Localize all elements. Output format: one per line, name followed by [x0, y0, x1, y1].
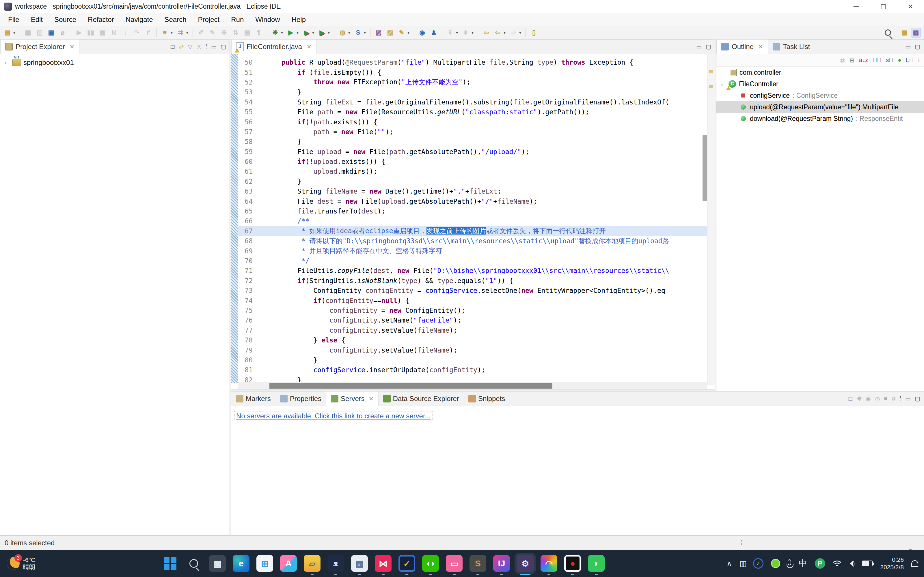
menu-source[interactable]: Source — [48, 13, 82, 26]
tab-data-source-explorer[interactable]: Data Source Explorer — [378, 392, 464, 406]
code-line-62[interactable]: 62 } — [237, 177, 707, 186]
battery-icon[interactable] — [862, 561, 872, 566]
tab-outline[interactable]: Outline ✕ — [716, 40, 768, 54]
disconnect-icon[interactable]: N — [109, 28, 119, 37]
collapse-all-icon[interactable]: ⊟ — [170, 43, 175, 50]
code-line-76[interactable]: 76 configEntity.setName("faceFile"); — [237, 315, 707, 325]
code-line-74[interactable]: 74 if(configEntity==null) { — [237, 295, 707, 305]
maximize-view-icon[interactable]: ▢ — [221, 43, 226, 50]
filter-icon[interactable]: ▽ — [188, 43, 192, 50]
terminate-icon[interactable]: ▦ — [97, 28, 107, 37]
overview-ruler[interactable] — [707, 54, 715, 385]
maximize-view-icon[interactable]: ▢ — [915, 43, 920, 50]
last-edit-location-icon[interactable]: ⇦ — [481, 28, 491, 37]
code-line-67[interactable]: 67 * 如果使用idea或者eclipse重启项目，发现之前上传的图片或者文件… — [237, 226, 707, 236]
menu-window[interactable]: Window — [249, 13, 286, 26]
code-line-70[interactable]: 70 */ — [237, 256, 707, 266]
tray-status-icon[interactable] — [771, 559, 780, 568]
resume-icon[interactable]: ▶ — [74, 28, 84, 37]
forward-icon[interactable]: ⇨ — [509, 28, 518, 37]
profile-dropdown-icon[interactable]: ▾ — [328, 30, 332, 35]
menu-run[interactable]: Run — [225, 13, 249, 26]
edge-icon[interactable]: e — [233, 555, 249, 572]
minimize-view-icon[interactable]: ▭ — [211, 43, 216, 50]
code-line-78[interactable]: 78 } else { — [237, 335, 707, 345]
code-line-55[interactable]: 55 File path = new File(ResourceUtils.ge… — [237, 107, 707, 117]
recorder-icon[interactable]: ● — [564, 555, 581, 572]
bilibili-icon[interactable]: ▭ — [446, 555, 463, 572]
minimize-view-icon[interactable]: ▭ — [696, 43, 702, 50]
web-browser-icon[interactable]: ◉ — [417, 28, 427, 37]
create-server-link[interactable]: No servers are available. Click this lin… — [234, 411, 433, 421]
debug-server-icon[interactable]: ❋ — [857, 395, 862, 402]
sync-icon[interactable]: ⇅ — [231, 28, 241, 37]
tab-markers[interactable]: Markers — [231, 392, 275, 406]
search-button[interactable] — [186, 555, 202, 572]
outline-item-com.controller[interactable]: com.controller — [716, 67, 924, 78]
pin-editor-icon[interactable]: ▯ — [529, 28, 539, 37]
horizontal-scrollbar-track[interactable] — [237, 382, 707, 389]
outline-item-upload[interactable]: upload(@RequestParam(value="file") Multi… — [716, 101, 924, 113]
code-line-73[interactable]: 73 ConfigEntity configEntity = configSer… — [237, 285, 707, 295]
navicat-icon[interactable]: ◠ — [541, 555, 557, 572]
close-button[interactable]: × — [897, 0, 924, 13]
tab-servers[interactable]: Servers✕ — [326, 392, 378, 406]
save-all-icon[interactable]: ▥ — [35, 28, 44, 37]
prev-annotation-icon[interactable]: ⇞ — [445, 28, 455, 37]
view-menu-icon[interactable]: ⁞ — [918, 57, 920, 63]
spring-boot-dropdown-icon[interactable]: ▾ — [364, 30, 368, 35]
spring-boot-icon[interactable]: S — [353, 28, 363, 37]
file-explorer-icon[interactable]: ▱ — [304, 555, 320, 572]
view-menu-icon[interactable]: ⁞ — [900, 395, 901, 402]
menu-file[interactable]: File — [2, 13, 25, 26]
intellij-icon[interactable]: IJ — [493, 555, 510, 572]
pencil-icon[interactable]: ✎ — [208, 28, 217, 37]
run-last-icon[interactable]: ▶ — [302, 28, 311, 37]
profile-icon[interactable]: ▶ — [317, 28, 327, 37]
step-return-icon[interactable]: ↱ — [144, 28, 153, 37]
monitor-app-icon[interactable]: ▦ — [351, 555, 368, 572]
run-last-dropdown-icon[interactable]: ▾ — [312, 30, 316, 35]
code-line-80[interactable]: 80 } — [237, 355, 707, 365]
publish-icon[interactable]: ⧉ — [892, 395, 895, 402]
menu-help[interactable]: Help — [286, 13, 312, 26]
prev-annotation-dropdown-icon[interactable]: ▾ — [456, 30, 460, 35]
close-tab-icon[interactable]: ✕ — [758, 43, 763, 50]
eclipse-icon[interactable]: ⚙ — [517, 555, 534, 572]
coverage-icon[interactable]: ≡ — [160, 28, 170, 37]
code-line-79[interactable]: 79 configEntity.setValue(fileName); — [237, 345, 707, 355]
step-into-icon[interactable]: ↓ — [120, 28, 130, 37]
expand-icon[interactable]: › — [4, 60, 10, 66]
tree-item-springbootxxx01[interactable]: ›springbootxxx01 — [4, 57, 229, 68]
open-resource-icon[interactable]: ▨ — [385, 28, 395, 37]
new-wizard-dropdown-icon[interactable]: ▾ — [13, 30, 17, 35]
new-server-icon[interactable]: ◍ — [338, 28, 347, 37]
back-icon[interactable]: ⇦ — [493, 28, 503, 37]
code-line-71[interactable]: 71 FileUtils.copyFile(dest, new File("D:… — [237, 266, 707, 276]
code-editor[interactable]: 50 public R upload(@RequestParam("file")… — [231, 54, 715, 389]
cat-app-icon[interactable]: ᴥ — [328, 555, 344, 572]
forward-dropdown-icon[interactable]: ▾ — [519, 30, 523, 35]
debug-dropdown-icon[interactable]: ▾ — [281, 30, 285, 35]
menu-edit[interactable]: Edit — [25, 13, 48, 26]
code-line-64[interactable]: 64 File dest = new File(upload.getAbsolu… — [237, 196, 707, 206]
close-tab-icon[interactable]: ✕ — [307, 43, 312, 50]
sublime-icon[interactable]: S — [470, 555, 486, 572]
minimize-view-icon[interactable]: ▭ — [905, 43, 911, 50]
ime-indicator[interactable]: 中 — [799, 558, 807, 569]
menu-search[interactable]: Search — [159, 13, 192, 26]
mark-occurrences-dropdown-icon[interactable]: ▾ — [407, 30, 412, 35]
new-server-dropdown-icon[interactable]: ▾ — [348, 30, 352, 35]
mark-occurrences-icon[interactable]: ✎ — [397, 28, 407, 37]
show-whitespace-icon[interactable]: ¶ — [254, 28, 263, 37]
code-line-69[interactable]: 69 * 并且项目路径不能存在中文、空格等特殊字符 — [237, 246, 707, 256]
start-button[interactable] — [162, 555, 178, 572]
tab-task-list[interactable]: Task List — [768, 40, 814, 54]
maximize-view-icon[interactable]: ▢ — [706, 43, 711, 50]
menu-refactor[interactable]: Refactor — [82, 13, 120, 26]
outline-item-configService[interactable]: configService : ConfigService — [716, 90, 924, 101]
start-server-icon[interactable]: ◉ — [866, 395, 871, 402]
code-line-75[interactable]: 75 configEntity = new ConfigEntity(); — [237, 306, 707, 315]
suspend-icon[interactable]: ▮▮ — [86, 28, 95, 37]
code-line-81[interactable]: 81 configService.insertOrUpdate(configEn… — [237, 365, 707, 375]
